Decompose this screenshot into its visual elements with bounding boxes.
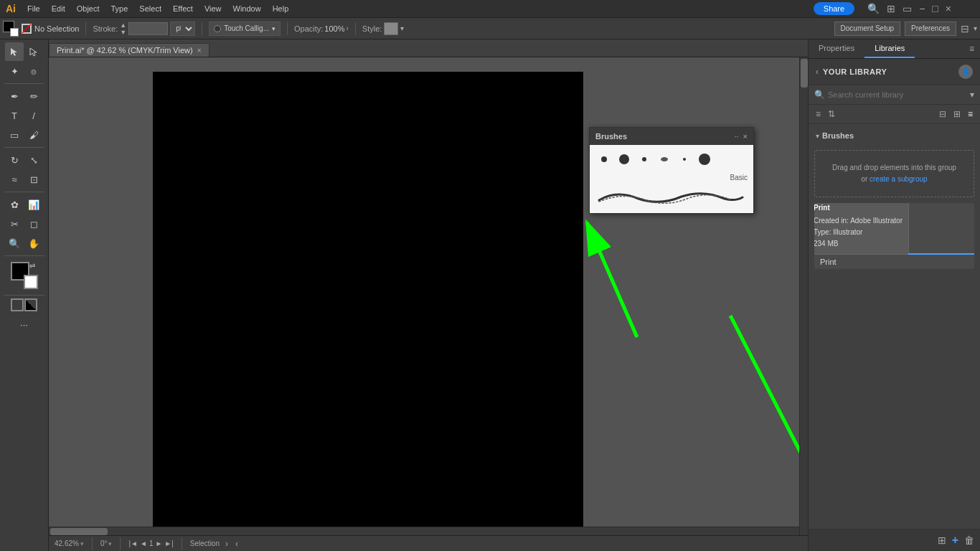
document-tab[interactable]: Print.ai* @ 42.62 % (CMYK/Trim View) ×	[49, 43, 209, 57]
selection-tool[interactable]	[5, 42, 24, 61]
canvas-vscroll[interactable]	[799, 57, 808, 535]
symbol-tool[interactable]: ✿	[5, 195, 24, 214]
panel-trash-icon[interactable]: 🗑	[964, 534, 974, 546]
magic-wand-tool[interactable]: ✦	[5, 62, 24, 80]
panel-grid-icon[interactable]: ⊞	[938, 534, 946, 546]
library-search: 🔍 ▾	[809, 85, 980, 105]
menu-help[interactable]: Help	[267, 0, 295, 17]
brush-stroke-image[interactable]	[595, 186, 746, 207]
type-tool[interactable]: T	[5, 106, 24, 125]
toolbar-chevron[interactable]: ▾	[974, 24, 977, 32]
hscroll-thumb[interactable]	[50, 528, 108, 535]
eraser-tool[interactable]: ◻	[24, 215, 43, 233]
panel-bottom-bar: ⊞ + 🗑	[809, 529, 980, 551]
pencil-tool[interactable]: ✏	[24, 87, 43, 105]
grid-view-icon[interactable]: ⊞	[952, 108, 962, 121]
opacity-expand[interactable]: ›	[346, 24, 348, 32]
status-collapse[interactable]: ‹	[235, 539, 238, 549]
brush-sample-3[interactable]: ·	[636, 151, 653, 168]
page-nav[interactable]: |◄ ◄ 1 ► ►|	[128, 540, 173, 547]
stroke-preview[interactable]	[128, 22, 168, 35]
list-view-icon[interactable]: ≡	[966, 108, 974, 121]
normal-mode[interactable]	[11, 298, 24, 311]
panel-menu-icon[interactable]: ≡	[969, 44, 974, 54]
library-back-icon[interactable]: ‹	[816, 67, 819, 77]
tab-libraries[interactable]: Libraries	[864, 39, 915, 58]
filter-icon[interactable]: ≡	[814, 108, 822, 121]
share-button[interactable]: Share	[814, 2, 854, 15]
quick-mask-mode[interactable]	[24, 298, 37, 311]
menu-select[interactable]: Select	[133, 0, 167, 17]
vscroll-thumb[interactable]	[801, 59, 808, 88]
zoom-control[interactable]: 42.62% ▾	[55, 540, 84, 547]
zoom-tool[interactable]: 🔍	[5, 234, 24, 253]
prev-page[interactable]: ◄	[140, 540, 147, 547]
stroke-unit-select[interactable]: pt	[170, 22, 195, 36]
status-divider3	[182, 537, 182, 550]
angle-chevron[interactable]: ▾	[108, 540, 112, 547]
hand-tool[interactable]: ✋	[24, 234, 43, 253]
brushes-section-header[interactable]: ▾ Brushes	[809, 127, 980, 144]
rect-tool[interactable]: ▭	[5, 126, 24, 144]
style-chevron[interactable]: ▾	[400, 24, 404, 32]
background-color[interactable]	[24, 275, 38, 289]
tab-properties[interactable]: Properties	[809, 39, 864, 58]
arrange-icon[interactable]: ⊟	[961, 23, 969, 34]
status-expand[interactable]: ›	[225, 539, 228, 549]
brush-selector[interactable]: Touch Callig... ▾	[209, 22, 281, 36]
menu-object[interactable]: Object	[71, 0, 105, 17]
pen-tool[interactable]: ✒	[5, 87, 24, 105]
brush-sample-2[interactable]	[616, 151, 633, 168]
menu-view[interactable]: View	[199, 0, 227, 17]
grid-view-icon[interactable]: ⊞	[887, 3, 895, 14]
canvas-hscroll[interactable]	[49, 527, 799, 535]
document-setup-button[interactable]: Document Setup	[834, 22, 901, 36]
swap-colors-icon[interactable]: ⇄	[29, 262, 38, 270]
menu-window[interactable]: Window	[227, 0, 267, 17]
library-search-input[interactable]	[828, 90, 967, 99]
canvas-area[interactable]: Brushes ·· ×	[49, 57, 799, 527]
preferences-button[interactable]: Preferences	[905, 22, 956, 36]
warp-tool[interactable]: ≈	[5, 170, 24, 189]
angle-control[interactable]: 0° ▾	[100, 540, 113, 547]
free-transform-tool[interactable]: ⊡	[24, 170, 43, 189]
slice-tool[interactable]: ✂	[5, 215, 24, 233]
print-library-card[interactable]: Print Created in: Adobe Illustrator Type…	[814, 203, 974, 269]
menu-file[interactable]: File	[22, 0, 46, 17]
panel-add-icon[interactable]: +	[952, 534, 958, 547]
zoom-chevron[interactable]: ▾	[80, 540, 84, 547]
sort-icon[interactable]: ⇅	[826, 108, 837, 121]
style-preview[interactable]	[384, 22, 398, 35]
column-chart-tool[interactable]: 📊	[24, 195, 43, 214]
brush-sample-6[interactable]	[696, 151, 713, 168]
canvas[interactable]	[153, 72, 583, 527]
scale-tool[interactable]: ⤡	[24, 151, 43, 169]
panel-collapse-icon[interactable]: ··	[734, 132, 738, 141]
more-tools[interactable]: ···	[15, 315, 34, 334]
search-expand-icon[interactable]: ▾	[970, 90, 974, 100]
show-on-canvas-icon[interactable]: ⊟	[938, 108, 948, 121]
next-page[interactable]: ►	[155, 540, 162, 547]
close-btn[interactable]: ×	[946, 3, 951, 14]
brush-sample-1[interactable]	[595, 151, 613, 168]
menu-type[interactable]: Type	[105, 0, 134, 17]
panel-close-icon[interactable]: ×	[743, 132, 748, 141]
create-subgroup-link[interactable]: create a subgroup	[870, 175, 928, 183]
lasso-tool[interactable]: ⌾	[24, 62, 43, 80]
search-icon[interactable]: 🔍	[867, 3, 880, 14]
library-user-avatar[interactable]: 👤	[958, 65, 973, 79]
prev-page-first[interactable]: |◄	[128, 540, 138, 547]
brush-sample-5[interactable]	[676, 151, 693, 168]
direct-selection-tool[interactable]	[24, 42, 43, 61]
menu-edit[interactable]: Edit	[46, 0, 71, 17]
next-page-last[interactable]: ►|	[164, 540, 174, 547]
brush-sample-4[interactable]	[656, 151, 673, 168]
brush-tool[interactable]: 🖌	[24, 126, 43, 144]
close-tab-icon[interactable]: ×	[197, 47, 202, 55]
rotate-tool[interactable]: ↻	[5, 151, 24, 169]
menu-effect[interactable]: Effect	[167, 0, 199, 17]
maximize-btn[interactable]: □	[932, 3, 938, 14]
line-tool[interactable]: /	[24, 106, 43, 125]
minimize-btn[interactable]: −	[919, 3, 925, 14]
panel-icon[interactable]: ▭	[903, 3, 912, 14]
